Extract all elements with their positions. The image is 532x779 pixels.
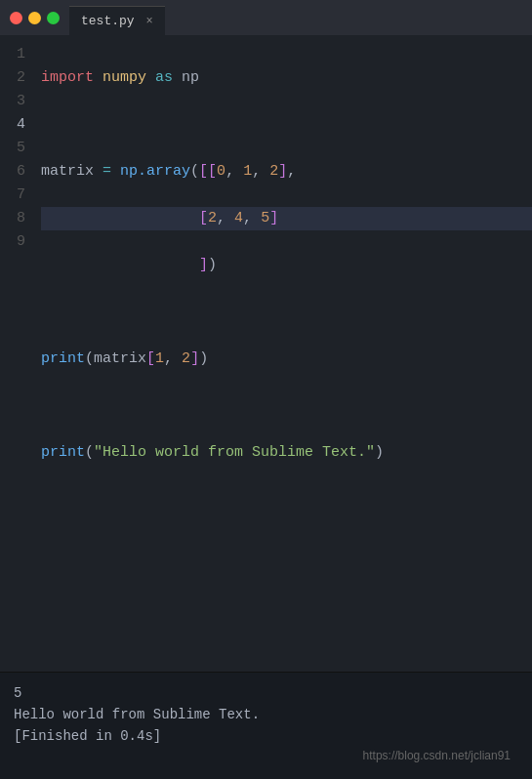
code-line-8	[41, 394, 532, 418]
line-number: 7	[0, 184, 25, 207]
titlebar: test.py ×	[0, 0, 532, 35]
window-controls	[0, 0, 69, 35]
code-line-2	[41, 113, 532, 137]
line-numbers: 1 2 3 4 5 6 7 8 9	[0, 35, 37, 672]
code-line-4: [2, 4, 5]	[41, 207, 532, 230]
code-line-7: print(matrix[1, 2])	[41, 348, 532, 371]
console-output: 5 Hello world from Sublime Text. [Finish…	[14, 682, 518, 747]
line-number: 2	[0, 66, 25, 90]
code-editor[interactable]: import numpy as np matrix = np.array([[0…	[37, 35, 532, 672]
minimize-window-btn[interactable]	[28, 12, 41, 24]
editor-tab[interactable]: test.py ×	[69, 6, 165, 35]
editor-area: 1 2 3 4 5 6 7 8 9 import numpy as np mat…	[0, 35, 532, 672]
tab-close-icon[interactable]: ×	[146, 15, 153, 28]
line-number: 5	[0, 137, 25, 160]
line-number: 1	[0, 43, 25, 66]
line-number: 3	[0, 90, 25, 113]
line-number: 8	[0, 207, 25, 230]
console-panel: 5 Hello world from Sublime Text. [Finish…	[0, 672, 532, 779]
close-window-btn[interactable]	[10, 12, 22, 24]
code-line-3: matrix = np.array([[0, 1, 2],	[41, 160, 532, 184]
code-line-5: ])	[41, 254, 532, 277]
line-number: 4	[0, 113, 25, 137]
code-line-9: print("Hello world from Sublime Text.")	[41, 441, 532, 465]
tab-label: test.py	[81, 14, 135, 28]
code-line-1: import numpy as np	[41, 66, 532, 90]
code-line-6	[41, 301, 532, 324]
maximize-window-btn[interactable]	[47, 12, 60, 24]
line-number: 6	[0, 160, 25, 184]
line-number: 9	[0, 230, 25, 254]
watermark: https://blog.csdn.net/jclian91	[14, 747, 518, 766]
